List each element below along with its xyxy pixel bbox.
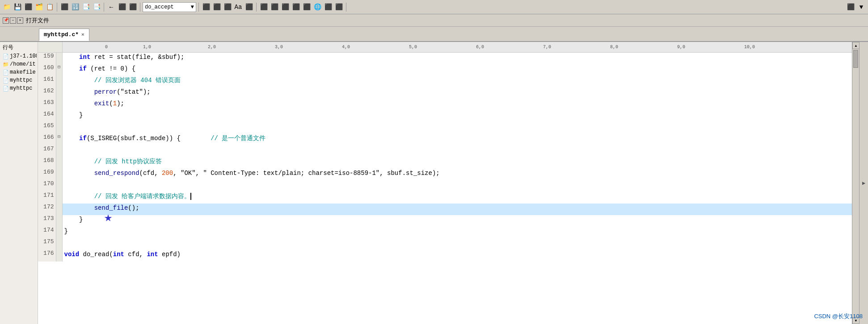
toolbar-icon-extra10[interactable]: ⬛	[302, 2, 312, 12]
number-literal: 200	[162, 170, 173, 177]
pin-button[interactable]: 📌	[3, 17, 9, 24]
toolbar-icon-right1[interactable]: ⬛	[846, 2, 855, 12]
toolbar-icon-7[interactable]: 🔢	[70, 2, 80, 12]
code-line[interactable]: int ret = stat(file, &sbuf);	[62, 53, 852, 64]
vertical-scrollbar[interactable]: ▲ ▼	[852, 42, 859, 324]
code-line[interactable]: // 回发 http协议应答	[62, 157, 852, 169]
code-editor[interactable]: 159 int ret = stat(file, &sbuf);160⊟ if …	[38, 53, 852, 324]
ruler-mark-9: 9,0	[677, 45, 685, 50]
code-line[interactable]: }	[62, 215, 852, 227]
toolbar-icon-6[interactable]: ⬛	[59, 2, 69, 12]
toolbar-icon-extra11[interactable]: 🌐	[312, 2, 322, 12]
fold-indicator[interactable]: ⊟	[56, 134, 62, 145]
tab-close-icon[interactable]: ×	[81, 32, 84, 37]
toolbar-icon-fwd2[interactable]: ⬛	[128, 2, 138, 12]
toolbar-icon-extra4[interactable]: Aa	[233, 2, 243, 12]
ruler-mark-10: 10,0	[744, 45, 755, 50]
code-line[interactable]: perror("stat");	[62, 87, 852, 99]
toolbar-icon-save[interactable]: 💾	[13, 2, 22, 12]
table-row: 159 int ret = stat(file, &sbuf);	[38, 53, 852, 64]
code-line[interactable]: // 回发 给客户端请求数据内容。	[62, 192, 852, 204]
toolbar-icon-right2[interactable]: ▼	[856, 2, 866, 12]
table-row: 172 send_file();	[38, 204, 852, 215]
toolbar-icon-extra12[interactable]: ⬛	[323, 2, 333, 12]
code-line[interactable]: // 回发浏览器 404 错误页面	[62, 76, 852, 87]
code-line[interactable]	[62, 238, 852, 250]
code-line[interactable]: }	[62, 111, 852, 122]
toolbar-icon-extra13[interactable]: ⬛	[334, 2, 344, 12]
ruler: 0 1,0 2,0 3,0 4,0 5,0 6,0 7,0 8,0 9,0 10…	[38, 42, 852, 53]
sidebar-item-4[interactable]: 📄 myhttpc	[1, 84, 37, 92]
code-line[interactable]: send_file();	[62, 204, 852, 215]
toolbar-icon-8[interactable]: 📑	[81, 2, 91, 12]
tab-myhttpd[interactable]: myhttpd.c* ×	[39, 29, 89, 41]
code-text: }	[79, 216, 83, 223]
code-line[interactable]	[62, 122, 852, 134]
tab-filename: myhttpd.c*	[44, 31, 79, 38]
code-text: , "OK", " Content-Type: text/plain; char…	[173, 170, 440, 177]
fold-indicator[interactable]: ⊟	[56, 64, 62, 76]
code-text: ();	[128, 204, 139, 212]
toolbar-icon-extra9[interactable]: ⬛	[291, 2, 301, 12]
dropdown-arrow-icon: ▼	[191, 4, 194, 10]
fold-indicator	[56, 180, 62, 192]
code-line[interactable]	[62, 145, 852, 157]
toolbar-icon-extra5[interactable]: ⬛	[244, 2, 254, 12]
code-table: 159 int ret = stat(file, &sbuf);160⊟ if …	[38, 53, 852, 262]
toolbar-icon-extra7[interactable]: ⬛	[270, 2, 279, 12]
function-name: perror	[94, 88, 117, 96]
toolbar-icon-extra6[interactable]: ⬛	[259, 2, 269, 12]
toolbar-icon-9[interactable]: 📑	[92, 2, 101, 12]
toolbar-icon-3[interactable]: ⬛	[23, 2, 33, 12]
sidebar-item-0[interactable]: 📄 j37-1.108	[1, 52, 37, 60]
ruler-mark-5: 5,0	[409, 45, 417, 50]
toolbar-icon-new[interactable]: 📁	[2, 2, 12, 12]
code-line[interactable]: }	[62, 227, 852, 238]
toolbar-icon-extra1[interactable]: ⬛	[201, 2, 211, 12]
text-cursor	[190, 193, 191, 200]
code-line[interactable]	[62, 180, 852, 192]
fold-indicator	[56, 99, 62, 111]
scroll-thumb[interactable]	[853, 50, 858, 68]
minimize-button[interactable]: −	[10, 17, 16, 24]
toolbar-icon-extra8[interactable]: ⬛	[280, 2, 290, 12]
toolbar-icon-forward[interactable]: ⬛	[117, 2, 127, 12]
keyword: int	[113, 251, 124, 258]
scroll-track[interactable]	[852, 49, 859, 317]
sidebar-item-2[interactable]: 📄 makefile	[1, 68, 37, 76]
watermark: CSDN @长安1108	[814, 312, 863, 320]
function-name: exit	[94, 100, 110, 107]
function-dropdown-value: do_accept	[145, 4, 174, 10]
line-number: 175	[38, 238, 56, 250]
toolbar-icon-extra2[interactable]: ⬛	[212, 2, 222, 12]
comment: // 是一个普通文件	[181, 135, 265, 142]
sidebar-item-3[interactable]: 📄 myhttpc	[1, 76, 37, 84]
table-row: 167	[38, 145, 852, 157]
code-line[interactable]: send_respond(cfd, 200, "OK", " Content-T…	[62, 169, 852, 180]
panel-titlebar: 📌 − × 打开文件	[0, 14, 868, 27]
panel-title: 打开文件	[26, 17, 49, 25]
code-line[interactable]: void do_read(int cfd, int epfd)	[62, 250, 852, 262]
code-line[interactable]: if (ret != 0) {	[62, 64, 852, 76]
line-number: 162	[38, 87, 56, 99]
ruler-mark-0: 0	[105, 45, 108, 50]
close-panel-button[interactable]: ×	[17, 17, 23, 24]
code-line[interactable]: exit(1);	[62, 99, 852, 111]
toolbar-icon-back[interactable]: ←	[106, 2, 116, 12]
fold-indicator	[56, 215, 62, 227]
line-number: 159	[38, 53, 56, 64]
line-number: 173	[38, 215, 56, 227]
function-dropdown[interactable]: do_accept ▼	[143, 2, 196, 12]
toolbar-icon-4[interactable]: 🗂️	[34, 2, 44, 12]
code-line[interactable]: if(S_ISREG(sbuf.st_mode)) { // 是一个普通文件	[62, 134, 852, 145]
line-number: 167	[38, 145, 56, 157]
right-panel-arrow[interactable]: ▶	[859, 42, 868, 324]
toolbar-icon-extra3[interactable]: ⬛	[223, 2, 232, 12]
toolbar-icon-5[interactable]: 📋	[45, 2, 55, 12]
line-number: 166	[38, 134, 56, 145]
fold-indicator	[56, 145, 62, 157]
sidebar-item-1[interactable]: 📁 /home/it	[1, 60, 37, 68]
scroll-up-button[interactable]: ▲	[852, 42, 859, 49]
code-text: ("stat");	[117, 88, 151, 96]
number-literal: 1	[113, 100, 117, 107]
